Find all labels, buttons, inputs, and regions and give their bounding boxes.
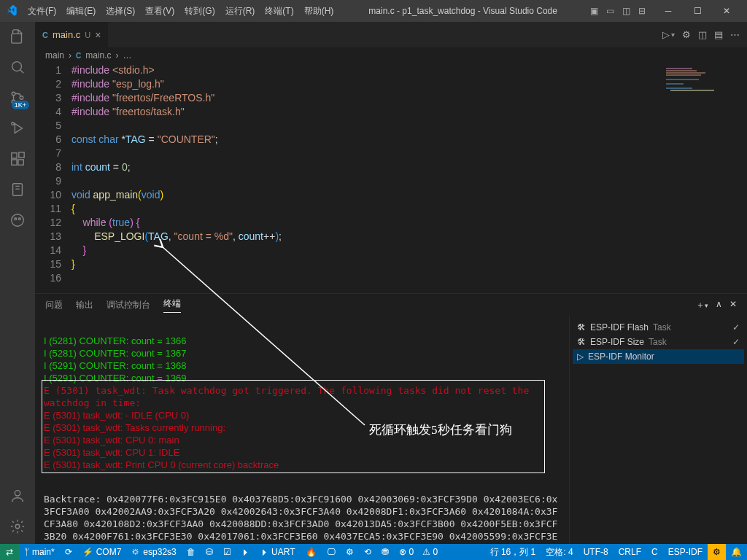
sb-fire-icon[interactable]: 🔥 [301,544,322,560]
sb-monitor-icon[interactable]: 🖵 [322,544,341,560]
code-content[interactable]: #include <stdio.h> #include "esp_log.h" … [71,63,747,293]
svg-point-14 [15,524,20,529]
extensions-icon[interactable] [9,150,26,168]
layout-left-icon[interactable]: ▣ [588,5,600,17]
panel-tab-terminal[interactable]: 终端 [163,298,181,313]
panel-tab-debug[interactable]: 调试控制台 [107,299,150,311]
window-title: main.c - p1_task_watchdog - Visual Studi… [338,6,588,16]
sb-check-icon[interactable]: ☑ [218,544,236,560]
layout-controls: ▣ ▭ ◫ ⊟ [588,5,648,17]
run-icon[interactable]: ▷▾ [662,29,675,40]
code-editor[interactable]: 12345678910111213141516 #include <stdio.… [35,63,747,293]
task-esp-idf-flash[interactable]: 🛠 ESP-IDF Flash Task ✓ [573,320,744,335]
c-file-icon: C [76,52,81,60]
account-icon[interactable] [9,487,26,505]
breadcrumb[interactable]: main› C main.c› … [35,47,747,63]
svg-rect-9 [13,184,23,196]
panel-up-icon[interactable]: ∧ [716,299,722,311]
panel-close-icon[interactable]: ✕ [729,299,737,311]
sb-flash-icon[interactable]: ⏵ [236,544,255,560]
platformio-icon[interactable] [9,211,26,229]
menu-help[interactable]: 帮助(H) [300,2,338,20]
play-icon: ▷ [577,351,584,362]
search-icon[interactable] [9,58,26,76]
menu-run[interactable]: 运行(R) [221,2,260,20]
line-gutter: 12345678910111213141516 [35,63,71,293]
breadcrumb-trail[interactable]: … [123,50,132,61]
split-editor-icon[interactable]: ◫ [698,29,707,40]
maximize-button[interactable]: ☐ [683,0,712,22]
log-line: I (5281) COUNTER: count = 1366 [44,335,560,347]
sb-refresh-icon[interactable]: ⟲ [359,544,376,560]
svg-point-0 [12,62,22,71]
notifications-icon[interactable]: 🔔 [726,544,747,560]
settings-icon[interactable] [9,518,26,535]
eol[interactable]: CRLF [614,544,646,560]
minimap[interactable] [659,63,747,293]
statusbar: ⇄ ᛘ main* ⟳ ⚡COM7 ⛭esp32s3 🗑 ⛁ ☑ ⏵ ⏵ UAR… [0,544,747,560]
chip[interactable]: ⛭esp32s3 [126,544,181,560]
svg-rect-5 [12,153,17,158]
layout-right-icon[interactable]: ⊟ [636,5,648,17]
port[interactable]: ⚡COM7 [77,544,127,560]
sb-build-icon[interactable]: ⛁ [201,544,218,560]
indent[interactable]: 空格: 4 [541,544,578,560]
titlebar: 文件(F) 编辑(E) 选择(S) 查看(V) 转到(G) 运行(R) 终端(T… [0,0,747,22]
tab-label: main.c [53,29,80,40]
git-branch[interactable]: ᛘ main* [19,544,60,560]
task-esp-idf-monitor[interactable]: ▷ ESP-IDF Monitor [573,349,744,364]
menu-file[interactable]: 文件(F) [23,2,61,20]
new-terminal-icon[interactable]: ＋▾ [696,299,708,311]
menubar: 文件(F) 编辑(E) 选择(S) 查看(V) 转到(G) 运行(R) 终端(T… [23,2,338,20]
panel-tab-output[interactable]: 输出 [76,299,93,311]
menu-terminal[interactable]: 终端(T) [260,2,298,20]
log-line: I (5291) COUNTER: count = 1368 [44,359,560,372]
layout-bottom-icon[interactable]: ▭ [604,5,616,17]
log-line: E (5301) task_wdt: CPU 0: main [44,434,560,446]
sb-menu-icon[interactable]: ⚙ [341,544,359,560]
layout-split-icon[interactable]: ◫ [620,5,632,17]
encoding[interactable]: UTF-8 [578,544,614,560]
log-line: I (5281) COUNTER: count = 1367 [44,347,560,359]
more-icon[interactable]: ⋯ [730,29,740,40]
sb-clean-icon[interactable]: 🗑 [182,544,201,560]
close-button[interactable]: ✕ [712,0,741,22]
menu-goto[interactable]: 转到(G) [180,2,219,20]
source-control-icon[interactable]: 1K+ [9,89,26,106]
breadcrumb-root[interactable]: main [45,50,64,61]
tab-close-icon[interactable]: × [95,29,101,41]
panel: 问题 输出 调试控制台 终端 ＋▾ ∧ ✕ I (5281) COUNTER: … [35,293,747,544]
activitybar: 1K+ [0,22,35,544]
check-icon: ✓ [732,337,740,347]
svg-point-3 [20,96,23,100]
sync-icon[interactable]: ⟳ [60,544,77,560]
tab-git-status: U [85,31,90,39]
menu-view[interactable]: 查看(V) [141,2,179,20]
error-icon: ⊗ [399,547,406,557]
check-icon: ✓ [732,322,740,332]
cursor-position[interactable]: 行 16，列 1 [485,544,541,560]
menu-select[interactable]: 选择(S) [101,2,139,20]
espressif-icon[interactable] [9,181,26,198]
diff-icon[interactable]: ▤ [714,29,723,40]
terminal[interactable]: I (5281) COUNTER: count = 1366 I (5281) … [35,316,569,544]
remote-indicator[interactable]: ⇄ [0,544,19,560]
breadcrumb-file[interactable]: main.c [85,50,111,61]
config-icon[interactable]: ⚙ [682,29,691,40]
debug-icon[interactable] [9,120,26,137]
menu-edit[interactable]: 编辑(E) [62,2,100,20]
explorer-icon[interactable] [9,28,26,45]
language-mode[interactable]: C [646,544,663,560]
esp-idf[interactable]: ESP-IDF [663,544,708,560]
panel-tabs: 问题 输出 调试控制台 终端 ＋▾ ∧ ✕ [35,294,747,316]
panel-tab-problems[interactable]: 问题 [45,299,63,311]
svg-point-11 [15,218,17,220]
diagnostics[interactable]: ⊗0 ⚠0 [394,544,444,560]
tab-main-c[interactable]: C main.c U × [35,22,109,47]
sb-uart[interactable]: ⏵ UART [255,544,301,560]
sb-db-icon[interactable]: ⛃ [376,544,394,560]
task-esp-idf-size[interactable]: 🛠 ESP-IDF Size Task ✓ [573,335,744,349]
terminal-list: 🛠 ESP-IDF Flash Task ✓ 🛠 ESP-IDF Size Ta… [569,316,747,544]
minimize-button[interactable]: ─ [654,0,683,22]
idf-menu-icon[interactable]: ⚙ [708,544,726,560]
